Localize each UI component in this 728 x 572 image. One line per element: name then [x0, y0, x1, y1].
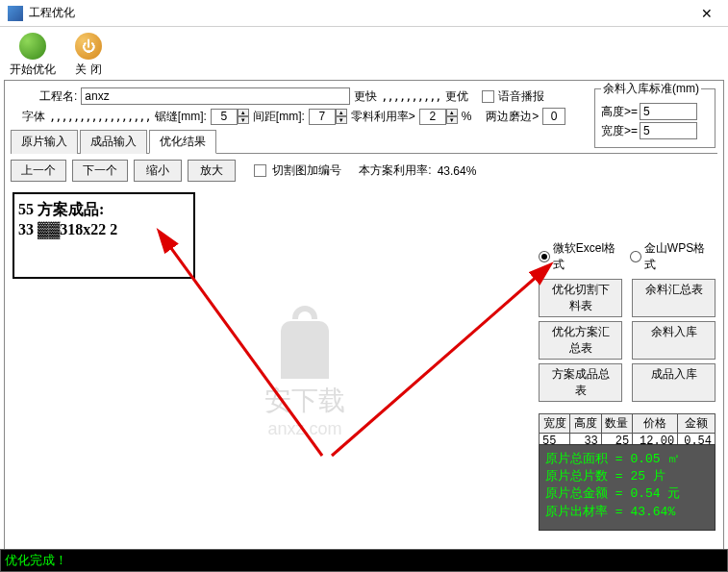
stats-panel: 原片总面积 = 0.05 ㎡ 原片总片数 = 25 片 原片总金额 = 0.54…	[539, 444, 715, 531]
numbering-label: 切割图加编号	[272, 162, 341, 179]
toolbar: 开始优化 ⏻ 关 闭	[0, 27, 728, 80]
preview-line1: 55 方案成品:	[18, 200, 189, 220]
surplus-standard-group: 余料入库标准(mm) 高度>= 宽度>=	[594, 81, 715, 148]
excel-label: 微软Excel格式	[553, 240, 626, 273]
wps-radio[interactable]	[630, 251, 641, 262]
surplus-height-input[interactable]	[640, 103, 697, 120]
gap-label: 间距[mm]:	[253, 109, 305, 125]
main-panel: 余料入库标准(mm) 高度>= 宽度>= 工程名: 更快 ,,,,,,,,,, …	[4, 80, 724, 559]
gap-spinner[interactable]: ▲▼	[309, 109, 347, 125]
zoom-out-button[interactable]: 缩小	[134, 160, 182, 182]
scrap-spinner[interactable]: ▲▼	[419, 109, 458, 125]
product-summary-button[interactable]: 方案成品总表	[539, 363, 622, 402]
cut-preview: 55 方案成品: 33 ▓▓318x22 2	[13, 192, 195, 279]
voice-checkbox[interactable]	[482, 90, 494, 103]
font-slider[interactable]: ,,,,,,,,,,,,,,,,,	[49, 110, 151, 123]
next-button[interactable]: 下一个	[72, 160, 128, 182]
watermark: 安下载 anxz.com	[264, 321, 345, 439]
svg-line-1	[332, 275, 539, 456]
zoom-in-button[interactable]: 放大	[188, 160, 236, 182]
saw-label: 锯缝[mm]:	[155, 109, 207, 125]
surplus-legend: 余料入库标准(mm)	[601, 81, 701, 97]
project-name-input[interactable]	[81, 87, 350, 105]
right-column: 微软Excel格式 金山WPS格式 优化切割下料表 余料汇总表 优化方案汇总表 …	[539, 240, 715, 450]
surplus-width-input[interactable]	[640, 122, 697, 139]
font-label: 字体	[22, 109, 45, 125]
close-icon[interactable]: ✕	[693, 6, 720, 21]
power-icon: ⏻	[75, 33, 102, 60]
scrap-label: 零料利用率>	[351, 109, 415, 125]
preview-line2: 33 ▓▓318x22 2	[18, 220, 189, 240]
play-icon	[19, 33, 46, 60]
usage-label: 本方案利用率:	[359, 162, 431, 179]
excel-radio[interactable]	[539, 251, 550, 262]
tab-content: 上一个 下一个 缩小 放大 切割图加编号 本方案利用率: 43.64%	[11, 154, 717, 187]
surplus-height-label: 高度>=	[601, 104, 638, 120]
col-width: 宽度	[540, 414, 570, 434]
surplus-width-label: 宽度>=	[601, 123, 638, 139]
wps-label: 金山WPS格式	[644, 240, 715, 273]
edge-input[interactable]	[542, 108, 565, 125]
status-bar: 优化完成！	[0, 549, 728, 572]
voice-label: 语音播报	[498, 88, 544, 105]
col-amount: 金额	[678, 414, 715, 434]
tab-raw-input[interactable]: 原片输入	[11, 130, 78, 154]
prev-button[interactable]: 上一个	[11, 160, 66, 182]
better-label: 更优	[445, 88, 468, 105]
col-price: 价格	[633, 414, 678, 434]
numbering-checkbox[interactable]	[254, 164, 266, 177]
cut-list-button[interactable]: 优化切割下料表	[539, 279, 622, 317]
start-label: 开始优化	[10, 62, 56, 78]
titlebar: 工程优化 ✕	[0, 0, 728, 27]
edge-label: 两边磨边>	[486, 109, 539, 125]
saw-spinner[interactable]: ▲▼	[211, 109, 249, 125]
faster-label: 更快	[354, 88, 377, 105]
window-title: 工程优化	[29, 5, 693, 21]
start-optimize-button[interactable]: 开始优化	[10, 33, 56, 78]
product-in-button[interactable]: 成品入库	[632, 363, 715, 402]
tab-optimize-result[interactable]: 优化结果	[149, 130, 216, 154]
col-height: 高度	[570, 414, 601, 434]
usage-value: 43.64%	[438, 164, 477, 178]
plan-summary-button[interactable]: 优化方案汇总表	[539, 321, 622, 360]
tab-product-input[interactable]: 成品输入	[80, 130, 147, 154]
surplus-in-button[interactable]: 余料入库	[632, 321, 715, 360]
project-name-label: 工程名:	[39, 88, 77, 105]
close-button[interactable]: ⏻ 关 闭	[75, 33, 102, 78]
surplus-summary-button[interactable]: 余料汇总表	[632, 279, 715, 317]
app-icon	[8, 6, 23, 21]
col-qty: 数量	[601, 414, 632, 434]
percent-label: %	[462, 110, 472, 123]
close-label: 关 闭	[75, 62, 101, 78]
slider-fast[interactable]: ,,,,,,,,,,	[381, 89, 440, 103]
